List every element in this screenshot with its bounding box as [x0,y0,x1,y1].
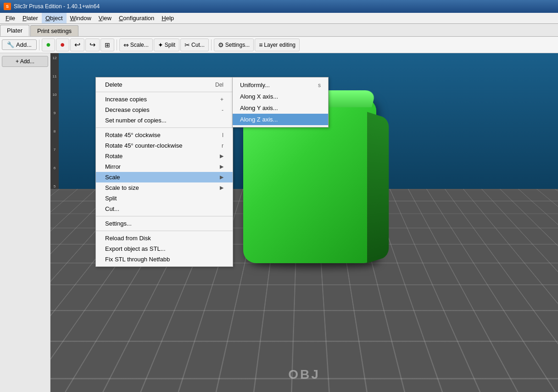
menu-file[interactable]: File [2,13,19,23]
settings-label: Settings... [225,42,250,48]
arrange-icon: ⊞ [105,41,110,49]
titlebar: S Slic3r Prusa Edition - 1.40.1+win64 [0,0,558,13]
toolbar-separator-2 [117,39,117,50]
scale-submenu: Uniformly... s Along X axis... Along Y a… [232,77,329,127]
scale-label: Scale... [130,42,149,48]
ruler-6: 6 [54,165,56,183]
toolbar-separator-1 [39,39,39,50]
menu-scale-to-size[interactable]: Scale to size ▶ [96,182,233,193]
tb-btn-arrange[interactable]: ⊞ [100,39,114,51]
tab-print-settings[interactable]: Print settings [30,25,78,36]
menu-div-4 [96,231,233,231]
menu-rotate-ccw[interactable]: Rotate 45° counter-clockwise r [96,140,233,151]
ruler-8: 8 [54,128,56,147]
menu-window[interactable]: Window [67,13,95,23]
object-right [367,112,389,263]
tb-btn-green[interactable]: ● [42,39,55,51]
ruler-7: 7 [54,147,56,165]
submenu-along-x[interactable]: Along X axis... [233,91,328,102]
scale-icon: ⇔ [123,41,129,49]
ruler-10: 10 [53,92,57,110]
ruler-9: 9 [54,110,56,128]
split-label: Split [165,42,175,48]
menu-fix-stl[interactable]: Fix STL through Netfabb [96,254,233,265]
split-button[interactable]: ✦ Split [154,39,179,51]
scale-button[interactable]: ⇔ Scale... [119,39,153,51]
green-icon: ● [46,40,51,50]
menu-increase-copies[interactable]: Increase copies + [96,94,233,105]
viewport[interactable]: 12 11 10 9 8 7 6 5 4 3 2 1 OBJ [50,53,558,392]
menu-set-copies[interactable]: Set number of copies... [96,115,233,126]
cut-button[interactable]: ✂ Cut... [180,39,209,51]
menu-cut[interactable]: Cut... [96,204,233,214]
sidebar-add-btn[interactable]: + Add... [2,56,48,67]
submenu-along-z[interactable]: Along Z axis... [233,114,328,125]
cut-label: Cut... [191,42,205,48]
menu-settings[interactable]: Settings... [96,218,233,229]
object-menu: Delete Del Increase copies + Decrease co… [95,77,233,267]
menu-reload[interactable]: Reload from Disk [96,233,233,243]
add-button[interactable]: 🔧 Add... [2,39,37,50]
sidebar: + Add... [0,53,50,392]
redo-icon: ↪ [89,40,95,49]
toolbar-separator-3 [211,39,212,50]
titlebar-title: Slic3r Prusa Edition - 1.40.1+win64 [14,3,100,10]
settings-icon: ⚙ [218,41,224,49]
menu-object[interactable]: Object [42,13,67,23]
menu-export-stl[interactable]: Export object as STL... [96,243,233,254]
tb-btn-red[interactable]: ● [56,39,69,51]
menu-mirror[interactable]: Mirror ▶ [96,161,233,172]
layer-editing-label: Layer editing [264,42,296,48]
layer-editing-icon: ≡ [259,41,262,49]
layer-editing-button[interactable]: ≡ Layer editing [255,39,300,51]
menu-configuration[interactable]: Configuration [115,13,158,23]
menu-rotate-cw[interactable]: Rotate 45° clockwise l [96,130,233,140]
menu-rotate[interactable]: Rotate ▶ [96,151,233,161]
3d-object [243,107,390,263]
tab-plater[interactable]: Plater [0,25,29,36]
menu-div-3 [96,216,233,216]
toolbar: 🔧 Add... ● ● ↩ ↪ ⊞ ⇔ Scale... ✦ Split ✂ … [0,37,558,53]
menu-decrease-copies[interactable]: Decrease copies - [96,105,233,115]
app-icon: S [4,3,11,10]
menu-view[interactable]: View [95,13,115,23]
menu-plater[interactable]: Plater [19,13,42,23]
menu-div-1 [96,92,233,92]
menu-div-2 [96,127,233,128]
submenu-uniformly[interactable]: Uniformly... s [233,79,328,91]
ruler-11: 11 [53,73,57,92]
split-icon: ✦ [158,41,163,49]
cut-icon: ✂ [184,41,190,49]
add-icon: 🔧 [7,41,14,48]
undo-icon: ↩ [74,40,80,49]
ruler-12: 12 [53,55,57,73]
tb-btn-redo[interactable]: ↪ [85,39,100,51]
menu-scale[interactable]: Scale ▶ [96,172,233,182]
tb-btn-undo[interactable]: ↩ [70,39,84,51]
settings-button[interactable]: ⚙ Settings... [214,39,254,51]
menu-delete[interactable]: Delete Del [96,79,233,90]
menubar: File Plater Object Window View Configura… [0,13,558,24]
menu-split[interactable]: Split [96,193,233,204]
tabbar: Plater Print settings [0,24,558,37]
menu-help[interactable]: Help [158,13,178,23]
obj-label: OBJ [288,367,320,382]
main-area: + Add... 12 11 10 9 8 7 6 5 4 3 2 1 [0,53,558,392]
submenu-along-y[interactable]: Along Y axis... [233,102,328,114]
add-label: Add... [16,41,32,48]
red-icon: ● [60,40,65,50]
